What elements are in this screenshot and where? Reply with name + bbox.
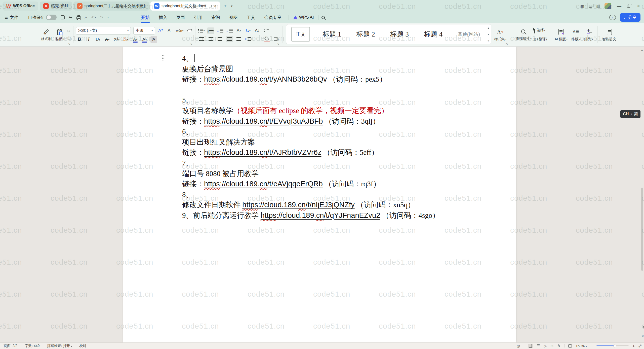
smart-doc-button[interactable]: 智能公文 bbox=[600, 27, 618, 43]
borders-button[interactable]: ▾ bbox=[273, 36, 280, 42]
decrease-indent-button[interactable]: ← bbox=[217, 27, 223, 34]
screen-share-icon[interactable] bbox=[208, 5, 212, 7]
translate-button[interactable]: 文A 翻译▾ bbox=[534, 36, 547, 43]
doc-line-10[interactable]: 7、 bbox=[182, 158, 494, 168]
arrange-button[interactable]: 排列▾ bbox=[582, 27, 595, 43]
doc-line-13[interactable]: 8、 bbox=[182, 189, 494, 200]
style-item-5[interactable]: 普通(网站) bbox=[455, 29, 482, 39]
copy-icon[interactable]: ❏ bbox=[67, 36, 71, 41]
tab-word-document-active[interactable]: W springboot开发文档.docx × bbox=[150, 2, 220, 11]
find-replace-button[interactable]: 查找替换▾ bbox=[514, 28, 534, 42]
doc-line-8[interactable]: 项目出现红叉解决方案 bbox=[182, 137, 494, 148]
ai-layout-button[interactable]: ✦ AI 排版▾ bbox=[552, 27, 570, 43]
doc-line-5[interactable]: 改项目名称教学（视频后面有 eclipse 的教学，视频一定要看完） bbox=[182, 106, 494, 116]
tab-ppt-document[interactable]: P springboot二手儿童绘本交易系统设 bbox=[73, 2, 149, 11]
distribute-button[interactable] bbox=[235, 36, 242, 42]
style-set-button[interactable]: A✎ 样式集▾ bbox=[492, 27, 509, 43]
format-painter-button[interactable]: 格式刷 bbox=[39, 27, 54, 42]
align-right-button[interactable] bbox=[217, 36, 223, 42]
tab-close-icon[interactable]: × bbox=[214, 4, 216, 8]
gallery-up-icon[interactable]: ▴ bbox=[488, 26, 489, 29]
next-page-button[interactable]: » bbox=[641, 335, 644, 336]
hamburger-icon[interactable]: ☰ bbox=[5, 15, 8, 20]
font-color-button[interactable]: A▾ bbox=[141, 36, 148, 43]
numbered-list-button[interactable]: 1 2 3▾ bbox=[207, 27, 214, 34]
menu-item-0[interactable]: 开始 bbox=[137, 13, 154, 22]
wrap-button[interactable]: ⇆▾ bbox=[245, 27, 251, 34]
underline-button[interactable]: U▾ bbox=[95, 36, 101, 43]
typeset-button[interactable]: A≣ 排版▾ bbox=[570, 27, 582, 43]
ink-pen-icon[interactable]: ✎ bbox=[557, 344, 561, 348]
doc-line-12[interactable]: 链接：https://cloud.189.cn/t/eAVjqqeErQRb （… bbox=[182, 179, 494, 189]
align-center-button[interactable] bbox=[207, 36, 214, 42]
doc-line-15[interactable]: 9、前后端分离运行教学 https://cloud.189.cn/t/qYJFn… bbox=[182, 210, 494, 221]
increase-indent-button[interactable]: → bbox=[226, 27, 233, 34]
web-view-icon[interactable]: ⊕ bbox=[550, 344, 554, 348]
char-shading-button[interactable]: A bbox=[150, 36, 157, 43]
switch-window-icon[interactable] bbox=[589, 5, 592, 8]
word-count[interactable]: 字数: 449 bbox=[25, 344, 39, 348]
zoom-level[interactable]: 158% ▾ bbox=[576, 344, 587, 348]
doc-link[interactable]: https://cloud.189.cn/t/qYJFnanEZvu2 bbox=[261, 211, 380, 219]
increase-font-button[interactable]: A⁺ bbox=[157, 27, 164, 34]
vertical-scrollbar[interactable]: ▴ bbox=[640, 47, 644, 342]
doc-line-14[interactable]: 修改文件日期软件 https://cloud.189.cn/t/nIjEJ3jQ… bbox=[182, 200, 494, 210]
page-view-icon[interactable] bbox=[528, 344, 533, 348]
menu-item-3[interactable]: 引用 bbox=[190, 13, 207, 22]
restore-button[interactable] bbox=[627, 5, 630, 8]
gallery-more-icon[interactable]: ▿ bbox=[488, 39, 489, 42]
clipboard-dialog-launcher[interactable]: ↘ bbox=[68, 42, 70, 45]
style-item-4[interactable]: 标题 4 bbox=[421, 28, 445, 40]
text-effect-button[interactable]: A▾ bbox=[123, 36, 129, 43]
pinyin-guide-button[interactable]: wén▾ bbox=[176, 27, 183, 34]
decrease-font-button[interactable]: A⁻ bbox=[167, 27, 174, 34]
menu-item-5[interactable]: 视图 bbox=[225, 13, 242, 22]
style-item-0[interactable]: 正文 bbox=[291, 27, 310, 42]
redo-icon[interactable]: ↷ bbox=[100, 15, 103, 20]
close-button[interactable]: × bbox=[635, 4, 642, 9]
strikethrough-button[interactable]: A▾ bbox=[104, 36, 111, 43]
italic-button[interactable]: I bbox=[85, 36, 92, 43]
text-direction-button[interactable]: A▾ bbox=[235, 27, 242, 34]
clear-format-button[interactable] bbox=[186, 27, 193, 34]
wps-ai-button[interactable]: WPS AI bbox=[292, 15, 315, 20]
style-item-1[interactable]: 标题 1 bbox=[320, 28, 344, 40]
minimize-button[interactable]: — bbox=[616, 4, 623, 9]
apps-grid-icon[interactable]: ▦ bbox=[581, 4, 584, 8]
autosave-toggle[interactable] bbox=[46, 15, 57, 20]
zoom-in-button[interactable]: + bbox=[632, 344, 635, 348]
paste-button[interactable]: 粘贴▾ bbox=[54, 27, 66, 42]
font-size-select[interactable]: 小四▾ bbox=[133, 27, 155, 34]
zoom-out-button[interactable]: − bbox=[590, 344, 593, 348]
sort-button[interactable]: A↓ bbox=[254, 27, 261, 34]
cloud-upload-icon[interactable]: ↑ bbox=[609, 15, 616, 20]
print-preview-icon[interactable]: ⌕ bbox=[85, 15, 87, 20]
doc-link[interactable]: https://cloud.189.cn/t/AJRbIbVZVr6z bbox=[204, 148, 321, 156]
zoom-slider-knob[interactable] bbox=[614, 344, 616, 347]
scroll-up-icon[interactable]: ▴ bbox=[641, 48, 643, 51]
styles-dialog-launcher[interactable]: ↘ bbox=[506, 42, 508, 45]
previous-page-button[interactable]: » bbox=[641, 327, 644, 328]
menu-item-1[interactable]: 插入 bbox=[155, 13, 171, 22]
menu-item-7[interactable]: 会员专享 bbox=[260, 13, 286, 22]
export-pdf-icon[interactable]: ↪ bbox=[69, 15, 72, 20]
scrollbar-thumb[interactable] bbox=[641, 188, 643, 271]
read-mode-icon[interactable]: ▷ bbox=[544, 344, 547, 348]
superscript-button[interactable]: X²▾ bbox=[113, 36, 120, 43]
font-name-select[interactable]: 宋体 (正文)▾ bbox=[76, 27, 131, 34]
doc-line-9[interactable]: 链接：https://cloud.189.cn/t/AJRbIbVZVr6z （… bbox=[182, 147, 494, 158]
highlight-color-button[interactable]: A▾ bbox=[132, 36, 139, 43]
line-spacing-button[interactable]: ⇕▾ bbox=[245, 36, 252, 42]
page-indicator[interactable]: 页面: 2/2 bbox=[4, 344, 17, 348]
gallery-down-icon[interactable]: ▾ bbox=[488, 33, 489, 36]
style-item-2[interactable]: 标题 2 bbox=[354, 28, 377, 40]
file-menu[interactable]: 文件 bbox=[10, 15, 18, 20]
share-button[interactable]: ⤴ 分享 bbox=[620, 13, 641, 22]
style-item-3[interactable]: 标题 3 bbox=[388, 28, 411, 40]
tab-docer[interactable]: ❋ 稻壳·双11 bbox=[40, 2, 72, 11]
doc-link[interactable]: https://cloud.189.cn/t/nIjEJ3jQNZfy bbox=[242, 201, 355, 209]
cut-icon[interactable]: ✂ bbox=[67, 29, 71, 33]
bold-button[interactable]: B bbox=[76, 36, 83, 43]
shading-button[interactable]: ▾ bbox=[264, 36, 270, 42]
doc-line-1[interactable]: 更换后台背景图 bbox=[182, 64, 494, 74]
